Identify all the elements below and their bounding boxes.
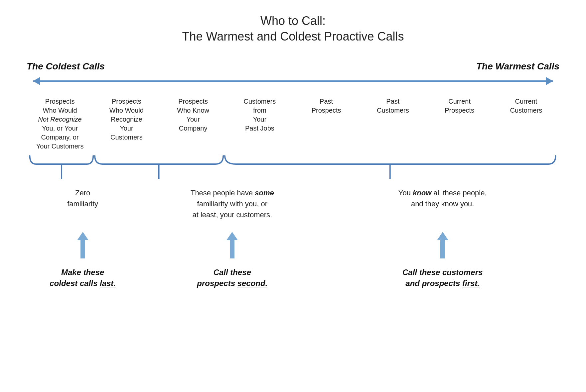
desc-some: These people have some familiarity with …	[139, 187, 326, 220]
main-title: Who to Call: The Warmest and Coldest Pro…	[182, 13, 404, 45]
svg-marker-11	[437, 232, 448, 240]
svg-marker-9	[226, 232, 238, 240]
up-arrows-row	[20, 230, 566, 260]
bottom-labels-row: Make thesecoldest calls last. Call these…	[20, 267, 566, 289]
bottom-label-last: Make thesecoldest calls last.	[27, 267, 139, 289]
category-current-prospects: CurrentProspects	[426, 97, 493, 115]
categories-row: ProspectsWho WouldNot RecognizeYou, or Y…	[20, 97, 566, 151]
coldest-label: The Coldest Calls	[27, 61, 105, 72]
desc-zero: Zerofamiliarity	[27, 187, 139, 220]
category-no-recognize: ProspectsWho WouldNot RecognizeYou, or Y…	[27, 97, 93, 151]
up-arrow-know	[326, 230, 559, 260]
category-know-company: ProspectsWho KnowYourCompany	[160, 97, 226, 133]
description-row: Zerofamiliarity These people have some f…	[20, 187, 566, 220]
brace-row	[20, 154, 566, 181]
category-current-customers: CurrentCustomers	[493, 97, 559, 115]
bottom-label-second: Call theseprospects second.	[139, 267, 326, 289]
svg-marker-1	[33, 77, 40, 85]
desc-know: You know all these people, and they know…	[326, 187, 559, 220]
double-arrow	[27, 75, 559, 87]
bottom-label-first: Call these customersand prospects first.	[326, 267, 559, 289]
up-arrow-some	[139, 230, 326, 260]
svg-marker-2	[546, 77, 553, 85]
category-past-jobs: CustomersfromYourPast Jobs	[226, 97, 293, 133]
title-line1: Who to Call:	[260, 14, 326, 28]
warmest-label: The Warmest Calls	[476, 61, 559, 72]
category-past-prospects: PastProspects	[293, 97, 360, 115]
arrow-row	[20, 75, 566, 87]
category-past-customers: PastCustomers	[360, 97, 426, 115]
category-recognize-customers: ProspectsWho WouldRecognizeYourCustomers	[93, 97, 160, 142]
up-arrow-zero	[27, 230, 139, 260]
section-labels-row: The Coldest Calls The Warmest Calls	[20, 61, 566, 72]
svg-marker-7	[77, 232, 88, 240]
page-container: Who to Call: The Warmest and Coldest Pro…	[0, 0, 586, 392]
title-line2: The Warmest and Coldest Proactive Calls	[182, 30, 404, 43]
